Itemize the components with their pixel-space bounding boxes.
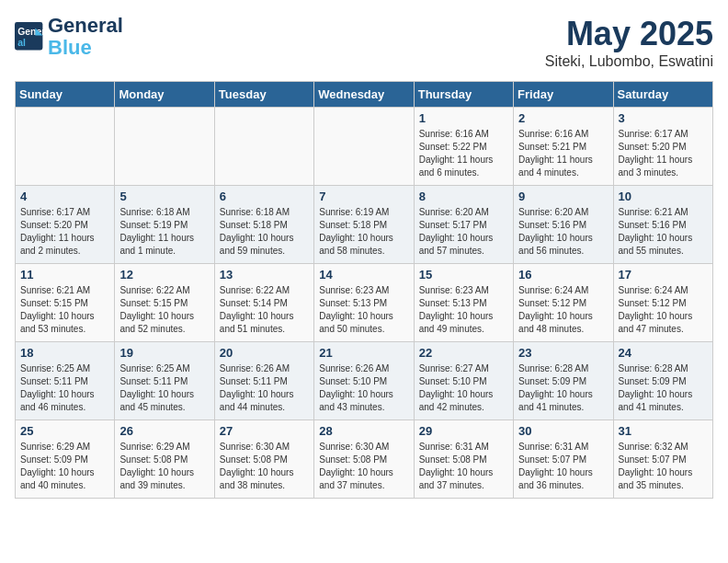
day-info: Sunrise: 6:18 AM Sunset: 5:18 PM Dayligh…: [220, 206, 309, 258]
day-info: Sunrise: 6:31 AM Sunset: 5:07 PM Dayligh…: [518, 441, 608, 492]
day-number: 20: [220, 346, 309, 360]
day-info: Sunrise: 6:26 AM Sunset: 5:10 PM Dayligh…: [319, 362, 408, 414]
day-number: 15: [419, 268, 508, 282]
calendar-cell: 7Sunrise: 6:19 AM Sunset: 5:18 PM Daylig…: [314, 186, 414, 264]
day-info: Sunrise: 6:24 AM Sunset: 5:12 PM Dayligh…: [518, 284, 608, 336]
day-info: Sunrise: 6:22 AM Sunset: 5:15 PM Dayligh…: [119, 284, 209, 336]
calendar-cell: 1Sunrise: 6:16 AM Sunset: 5:22 PM Daylig…: [414, 108, 513, 186]
day-info: Sunrise: 6:16 AM Sunset: 5:22 PM Dayligh…: [419, 128, 508, 179]
calendar-week-row: 25Sunrise: 6:29 AM Sunset: 5:09 PM Dayli…: [16, 420, 713, 499]
day-number: 9: [518, 190, 608, 203]
day-info: Sunrise: 6:18 AM Sunset: 5:19 PM Dayligh…: [119, 206, 209, 258]
col-header-friday: Friday: [514, 82, 613, 108]
day-info: Sunrise: 6:22 AM Sunset: 5:14 PM Dayligh…: [220, 284, 309, 336]
day-number: 7: [319, 190, 408, 203]
day-number: 24: [619, 346, 708, 360]
col-header-monday: Monday: [115, 82, 214, 108]
day-info: Sunrise: 6:28 AM Sunset: 5:09 PM Dayligh…: [619, 362, 708, 414]
day-number: 31: [619, 424, 708, 438]
day-number: 3: [619, 111, 708, 125]
day-number: 14: [319, 268, 408, 282]
day-info: Sunrise: 6:29 AM Sunset: 5:09 PM Dayligh…: [20, 441, 109, 492]
page-header: Gener al General Blue May 2025 Siteki, L…: [15, 15, 713, 70]
day-number: 28: [319, 424, 408, 438]
day-info: Sunrise: 6:16 AM Sunset: 5:21 PM Dayligh…: [518, 128, 608, 179]
day-number: 22: [419, 346, 508, 360]
calendar-cell: [214, 108, 313, 186]
day-info: Sunrise: 6:21 AM Sunset: 5:15 PM Dayligh…: [20, 284, 109, 336]
day-number: 27: [220, 424, 309, 438]
calendar-cell: 8Sunrise: 6:20 AM Sunset: 5:17 PM Daylig…: [414, 186, 513, 264]
day-info: Sunrise: 6:24 AM Sunset: 5:12 PM Dayligh…: [619, 284, 708, 336]
day-number: 8: [419, 190, 508, 203]
calendar-cell: 2Sunrise: 6:16 AM Sunset: 5:21 PM Daylig…: [514, 108, 613, 186]
col-header-tuesday: Tuesday: [214, 82, 313, 108]
col-header-wednesday: Wednesday: [314, 82, 414, 108]
day-info: Sunrise: 6:29 AM Sunset: 5:08 PM Dayligh…: [119, 441, 209, 492]
calendar-cell: 15Sunrise: 6:23 AM Sunset: 5:13 PM Dayli…: [414, 264, 513, 342]
day-info: Sunrise: 6:28 AM Sunset: 5:09 PM Dayligh…: [518, 362, 608, 414]
title-block: May 2025 Siteki, Lubombo, Eswatini: [545, 15, 713, 70]
calendar-cell: 18Sunrise: 6:25 AM Sunset: 5:11 PM Dayli…: [16, 342, 115, 420]
day-number: 4: [20, 190, 109, 203]
day-number: 19: [119, 346, 209, 360]
calendar-cell: 22Sunrise: 6:27 AM Sunset: 5:10 PM Dayli…: [414, 342, 513, 420]
calendar-cell: 11Sunrise: 6:21 AM Sunset: 5:15 PM Dayli…: [16, 264, 115, 342]
calendar-cell: 3Sunrise: 6:17 AM Sunset: 5:20 PM Daylig…: [613, 108, 712, 186]
calendar-cell: 6Sunrise: 6:18 AM Sunset: 5:18 PM Daylig…: [214, 186, 313, 264]
day-number: 21: [319, 346, 408, 360]
calendar-cell: 5Sunrise: 6:18 AM Sunset: 5:19 PM Daylig…: [115, 186, 214, 264]
calendar-cell: 17Sunrise: 6:24 AM Sunset: 5:12 PM Dayli…: [613, 264, 712, 342]
calendar-cell: 27Sunrise: 6:30 AM Sunset: 5:08 PM Dayli…: [214, 420, 313, 499]
calendar-cell: 12Sunrise: 6:22 AM Sunset: 5:15 PM Dayli…: [115, 264, 214, 342]
day-info: Sunrise: 6:20 AM Sunset: 5:16 PM Dayligh…: [518, 206, 608, 258]
day-number: 1: [419, 111, 508, 125]
calendar-cell: 16Sunrise: 6:24 AM Sunset: 5:12 PM Dayli…: [514, 264, 613, 342]
day-info: Sunrise: 6:21 AM Sunset: 5:16 PM Dayligh…: [619, 206, 708, 258]
day-number: 12: [119, 268, 209, 282]
day-info: Sunrise: 6:17 AM Sunset: 5:20 PM Dayligh…: [619, 128, 708, 179]
calendar-week-row: 1Sunrise: 6:16 AM Sunset: 5:22 PM Daylig…: [16, 108, 713, 186]
day-info: Sunrise: 6:23 AM Sunset: 5:13 PM Dayligh…: [419, 284, 508, 336]
calendar-cell: 31Sunrise: 6:32 AM Sunset: 5:07 PM Dayli…: [613, 420, 712, 499]
logo-icon: Gener al: [15, 22, 44, 52]
calendar-cell: 14Sunrise: 6:23 AM Sunset: 5:13 PM Dayli…: [314, 264, 414, 342]
calendar-week-row: 11Sunrise: 6:21 AM Sunset: 5:15 PM Dayli…: [16, 264, 713, 342]
day-info: Sunrise: 6:31 AM Sunset: 5:08 PM Dayligh…: [419, 441, 508, 492]
day-info: Sunrise: 6:19 AM Sunset: 5:18 PM Dayligh…: [319, 206, 408, 258]
day-number: 6: [220, 190, 309, 203]
calendar-cell: 10Sunrise: 6:21 AM Sunset: 5:16 PM Dayli…: [613, 186, 712, 264]
calendar-header-row: SundayMondayTuesdayWednesdayThursdayFrid…: [16, 82, 713, 108]
calendar-cell: 29Sunrise: 6:31 AM Sunset: 5:08 PM Dayli…: [414, 420, 513, 499]
day-number: 26: [119, 424, 209, 438]
calendar-table: SundayMondayTuesdayWednesdayThursdayFrid…: [15, 81, 713, 499]
month-title: May 2025: [545, 15, 713, 53]
calendar-cell: 20Sunrise: 6:26 AM Sunset: 5:11 PM Dayli…: [214, 342, 313, 420]
day-info: Sunrise: 6:23 AM Sunset: 5:13 PM Dayligh…: [319, 284, 408, 336]
day-number: 13: [220, 268, 309, 282]
location: Siteki, Lubombo, Eswatini: [545, 53, 713, 70]
day-info: Sunrise: 6:30 AM Sunset: 5:08 PM Dayligh…: [220, 441, 309, 492]
day-info: Sunrise: 6:17 AM Sunset: 5:20 PM Dayligh…: [20, 206, 109, 258]
calendar-cell: 23Sunrise: 6:28 AM Sunset: 5:09 PM Dayli…: [514, 342, 613, 420]
day-info: Sunrise: 6:20 AM Sunset: 5:17 PM Dayligh…: [419, 206, 508, 258]
logo: Gener al General Blue: [15, 15, 123, 59]
calendar-cell: 24Sunrise: 6:28 AM Sunset: 5:09 PM Dayli…: [613, 342, 712, 420]
day-info: Sunrise: 6:26 AM Sunset: 5:11 PM Dayligh…: [220, 362, 309, 414]
day-number: 16: [518, 268, 608, 282]
svg-text:al: al: [17, 38, 26, 48]
calendar-cell: [314, 108, 414, 186]
day-number: 2: [518, 111, 608, 125]
day-info: Sunrise: 6:27 AM Sunset: 5:10 PM Dayligh…: [419, 362, 508, 414]
logo-text: General Blue: [48, 15, 123, 59]
calendar-body: 1Sunrise: 6:16 AM Sunset: 5:22 PM Daylig…: [16, 108, 713, 499]
day-info: Sunrise: 6:32 AM Sunset: 5:07 PM Dayligh…: [619, 441, 708, 492]
calendar-week-row: 18Sunrise: 6:25 AM Sunset: 5:11 PM Dayli…: [16, 342, 713, 420]
col-header-thursday: Thursday: [414, 82, 513, 108]
col-header-saturday: Saturday: [613, 82, 712, 108]
day-number: 18: [20, 346, 109, 360]
day-number: 29: [419, 424, 508, 438]
day-info: Sunrise: 6:25 AM Sunset: 5:11 PM Dayligh…: [119, 362, 209, 414]
calendar-cell: 9Sunrise: 6:20 AM Sunset: 5:16 PM Daylig…: [514, 186, 613, 264]
day-info: Sunrise: 6:25 AM Sunset: 5:11 PM Dayligh…: [20, 362, 109, 414]
